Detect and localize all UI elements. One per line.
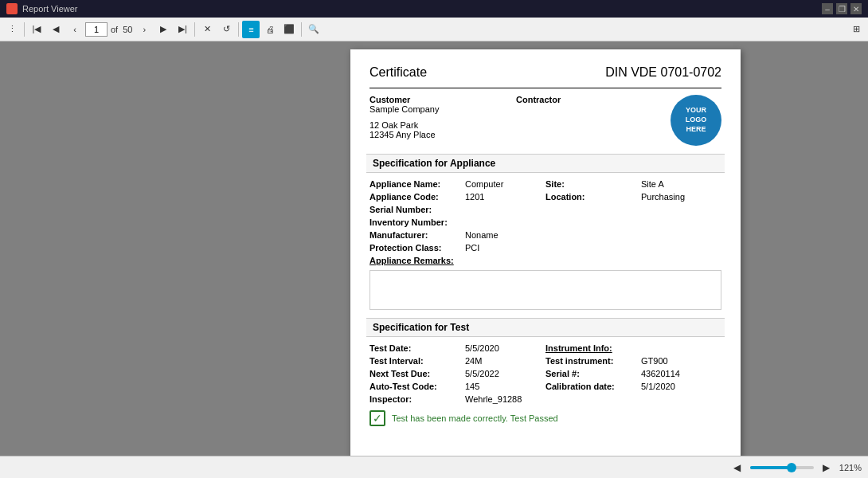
zoom-in-button[interactable]: ▶ [820,461,833,474]
calibration-date-label: Calibration date: [545,382,641,391]
protection-class-row: Protection Class: PCI [369,243,721,253]
next-test-col: Next Test Due: 5/5/2022 [369,369,545,378]
print-button[interactable]: 🖨 [261,21,279,38]
customer-name: Sample Company [369,104,516,114]
stop-button[interactable]: ✕ [198,21,216,38]
auto-test-col: Auto-Test Code: 145 [369,382,545,391]
serial-number-row: Serial Number: [369,205,721,214]
appliance-name-row: Appliance Name: Computer Site: Site A [369,179,721,189]
test-date-row: Test Date: 5/5/2020 Instrument Info: [369,343,721,353]
nav-last-button[interactable]: ▶| [174,21,191,38]
appliance-section-header: Specification for Appliance [366,154,725,173]
nav-next2-button[interactable]: › [135,21,153,38]
inspector-label: Inspector: [369,394,465,404]
close-button[interactable]: ✕ [850,3,862,14]
auto-test-row: Auto-Test Code: 145 Calibration date: 5/… [369,382,721,391]
separator-2 [194,22,195,37]
export-button[interactable]: ⬛ [280,21,298,38]
main-area: Certificate DIN VDE 0701-0702 Customer S… [0,41,868,456]
test-date-value: 5/5/2020 [465,343,545,353]
separator-1 [24,22,25,37]
next-test-row: Next Test Due: 5/5/2022 Serial #: 436201… [369,369,721,378]
test-instrument-col: Test instrument: GT900 [545,356,721,366]
report-container: Certificate DIN VDE 0701-0702 Customer S… [223,41,868,456]
calibration-date-value: 5/1/2020 [641,382,721,391]
pass-message: Test has been made correctly. Test Passe… [392,413,558,423]
serial-number-value [465,205,721,214]
location-value: Purchasing [641,192,721,202]
inventory-number-label: Inventory Number: [369,217,465,227]
report-page: Certificate DIN VDE 0701-0702 Customer S… [350,49,741,456]
panel-toggle-button[interactable]: ⊞ [847,21,865,38]
test-date-label: Test Date: [369,343,465,353]
inspector-row: Inspector: Wehrle_91288 [369,394,721,404]
appliance-name-col: Appliance Name: Computer [369,179,545,189]
zoom-slider-thumb[interactable] [787,463,796,472]
instrument-info-label: Instrument Info: [545,343,641,353]
cert-top: Customer Sample Company 12 Oak Park 1234… [369,95,721,146]
appliance-remarks-box [369,270,721,310]
nav-prev-button[interactable]: ◀ [47,21,65,38]
appliance-code-col: Appliance Code: 1201 [369,192,545,202]
appliance-code-value: 1201 [465,192,545,202]
toolbar: ⋮ |◀ ◀ ‹ of 50 › ▶ ▶| ✕ ↺ ≡ 🖨 ⬛ 🔍 ⊞ [0,18,868,41]
location-col: Location: Purchasing [545,192,721,202]
test-instrument-label: Test instrument: [545,356,641,366]
appliance-code-row: Appliance Code: 1201 Location: Purchasin… [369,192,721,202]
inventory-number-value [465,217,721,227]
menu-button[interactable]: ⋮ [3,21,21,38]
contractor-block: Contractor [516,95,663,104]
appliance-remarks-label: Appliance Remarks: [369,256,721,265]
title-bar-label: Report Viewer [22,4,78,14]
test-interval-row: Test Interval: 24M Test instrument: GT90… [369,356,721,366]
checkmark-icon: ✓ [369,410,385,426]
logo-text-line1: YOUR [686,106,706,116]
serial-hash-label: Serial #: [545,369,641,378]
left-panel [0,41,223,456]
page-number-input[interactable] [85,22,108,37]
location-label: Location: [545,192,641,202]
next-test-due-value: 5/5/2022 [465,369,545,378]
nav-prev2-button[interactable]: ‹ [66,21,84,38]
logo-text-line3: HERE [686,125,706,135]
serial-number-label: Serial Number: [369,205,465,214]
nav-first-button[interactable]: |◀ [28,21,45,38]
minimize-button[interactable]: – [822,3,833,14]
appliance-name-label: Appliance Name: [369,179,465,189]
test-section-header: Specification for Test [366,318,725,337]
instrument-info-col: Instrument Info: [545,343,721,353]
serial-hash-col: Serial #: 43620114 [545,369,721,378]
test-interval-value: 24M [465,356,545,366]
separator-4 [301,22,302,37]
status-bar: ◀ ▶ 121% [0,456,868,478]
refresh-button[interactable]: ↺ [217,21,235,38]
test-instrument-value: GT900 [641,356,721,366]
auto-test-code-value: 145 [465,382,545,391]
title-bar: Report Viewer – ❐ ✕ [0,0,868,18]
zoom-slider-fill [750,466,792,469]
zoom-percent-label: 121% [839,463,862,472]
contractor-label: Contractor [516,95,663,104]
inspector-value: Wehrle_91288 [465,394,721,404]
calibration-col: Calibration date: 5/1/2020 [545,382,721,391]
serial-hash-value: 43620114 [641,369,721,378]
inventory-number-row: Inventory Number: [369,217,721,227]
page-of-label: of [111,25,118,34]
manufacturer-value: Noname [465,230,721,240]
next-test-due-label: Next Test Due: [369,369,465,378]
view-button[interactable]: ≡ [242,21,260,38]
header-line [369,88,721,88]
restore-button[interactable]: ❐ [836,3,847,14]
logo-text-line2: LOGO [686,116,707,125]
separator-3 [238,22,239,37]
test-interval-label: Test Interval: [369,356,465,366]
cert-header: Certificate DIN VDE 0701-0702 [369,65,721,80]
customer-label: Customer [369,95,516,104]
zoom-out-button[interactable]: ◀ [731,461,744,474]
company-logo: YOUR LOGO HERE [671,95,721,146]
cert-standard: DIN VDE 0701-0702 [605,65,721,80]
customer-block: Customer Sample Company 12 Oak Park 1234… [369,95,516,139]
search-button[interactable]: 🔍 [305,21,323,38]
site-col: Site: Site A [545,179,721,189]
nav-next-button[interactable]: ▶ [154,21,172,38]
